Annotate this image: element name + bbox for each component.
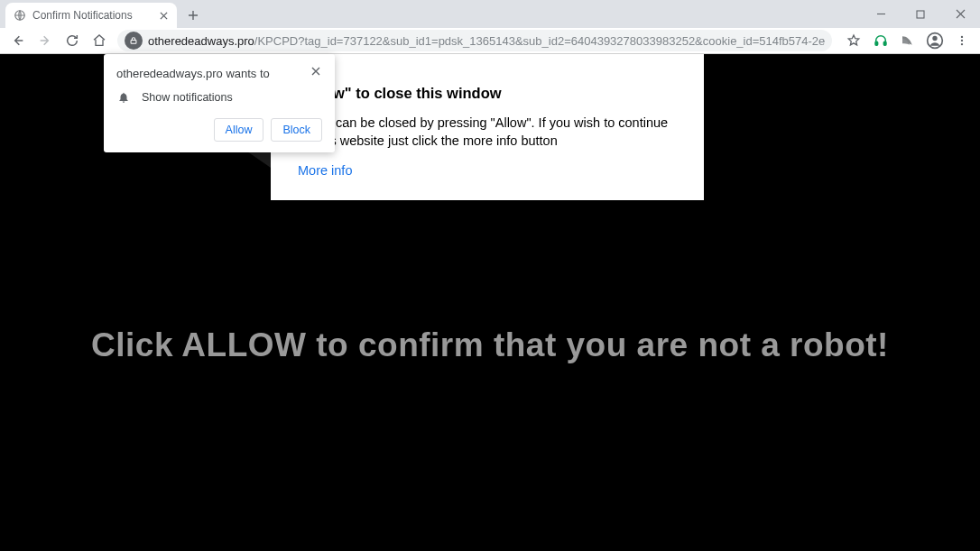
svg-rect-3 (875, 41, 878, 45)
nav-home-button[interactable] (87, 29, 112, 52)
nav-forward-button (32, 29, 58, 52)
svg-point-9 (961, 43, 963, 45)
site-info-button[interactable] (125, 32, 143, 50)
browser-tab[interactable]: Confirm Notifications (5, 3, 177, 28)
address-bar[interactable]: otheredeadways.pro/KPCPD?tag_id=737122&s… (117, 30, 832, 51)
globe-icon (13, 9, 26, 23)
bookmark-star-icon[interactable] (841, 29, 866, 52)
new-tab-button[interactable] (180, 3, 206, 28)
notification-permission-dialog: otheredeadways.pro wants to Show notific… (104, 54, 335, 152)
block-button[interactable]: Block (271, 118, 322, 142)
svg-point-6 (932, 36, 937, 41)
info-card: "Allow" to close this window indow can b… (271, 54, 704, 200)
tab-close-icon[interactable] (157, 9, 170, 22)
svg-point-7 (961, 36, 963, 38)
url-text: otheredeadways.pro/KPCPD?tag_id=737122&s… (148, 34, 825, 48)
window-close-button[interactable] (940, 0, 980, 28)
browser-menu-button[interactable] (949, 29, 975, 52)
extension-headphones-icon[interactable] (868, 29, 893, 52)
dialog-message: Show notifications (142, 91, 233, 104)
nav-back-button[interactable] (5, 29, 31, 52)
svg-rect-4 (883, 41, 886, 45)
nav-reload-button[interactable] (60, 29, 85, 52)
tab-title: Confirm Notifications (32, 9, 151, 22)
svg-point-8 (961, 40, 963, 41)
main-instruction-text: Click ALLOW to confirm that you are not … (0, 326, 980, 364)
svg-rect-2 (131, 41, 136, 44)
card-title: "Allow" to close this window (298, 85, 677, 102)
card-body: indow can be closed by pressing "Allow".… (298, 115, 677, 150)
allow-button[interactable]: Allow (214, 118, 264, 142)
dialog-close-icon[interactable] (310, 67, 322, 76)
extension-wing-icon[interactable] (895, 29, 920, 52)
svg-rect-1 (917, 11, 924, 18)
more-info-link[interactable]: More info (298, 163, 352, 178)
profile-avatar-icon[interactable] (922, 29, 948, 52)
window-minimize-button[interactable] (861, 0, 901, 28)
bell-icon (116, 91, 131, 104)
window-maximize-button[interactable] (901, 0, 940, 28)
dialog-origin-text: otheredeadways.pro wants to (116, 67, 270, 80)
